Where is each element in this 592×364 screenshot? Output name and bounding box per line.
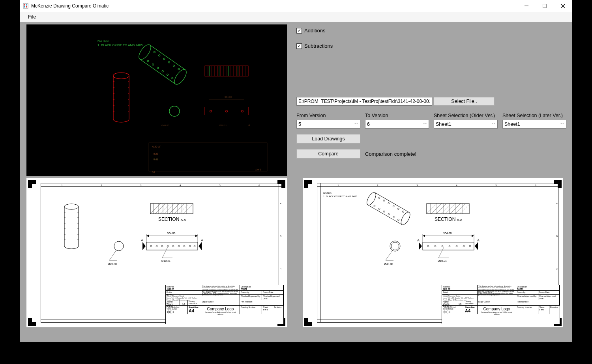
svg-point-141 bbox=[388, 202, 390, 204]
svg-text:SECTION A-A: SECTION A-A bbox=[435, 217, 463, 222]
svg-point-133 bbox=[167, 311, 170, 313]
svg-rect-0 bbox=[23, 4, 28, 8]
menu-bar: File bbox=[20, 12, 572, 22]
svg-point-63 bbox=[210, 110, 212, 112]
title-block: Material:4140 CF This drawing and any in… bbox=[442, 285, 560, 324]
svg-text:A4: A4 bbox=[152, 171, 155, 173]
file-path-input[interactable] bbox=[296, 97, 432, 106]
svg-point-60 bbox=[169, 106, 180, 116]
svg-rect-3 bbox=[24, 6, 25, 7]
svg-line-98 bbox=[160, 203, 170, 214]
svg-rect-68 bbox=[149, 143, 267, 171]
svg-point-17 bbox=[163, 58, 165, 60]
svg-marker-129 bbox=[199, 242, 202, 250]
maximize-button[interactable] bbox=[536, 0, 554, 12]
chevron-down-icon: ﹀ bbox=[560, 121, 564, 127]
svg-point-142 bbox=[392, 205, 394, 207]
svg-point-146 bbox=[378, 208, 380, 210]
svg-point-64 bbox=[226, 110, 228, 112]
svg-point-18 bbox=[168, 61, 170, 63]
svg-point-121 bbox=[194, 245, 195, 247]
additions-label: Additions bbox=[304, 28, 325, 34]
svg-line-93 bbox=[109, 250, 116, 260]
svg-text:Ø10.21: Ø10.21 bbox=[438, 259, 447, 262]
svg-point-114 bbox=[156, 245, 157, 247]
to-version-label: To Version bbox=[365, 113, 429, 118]
app-window: McKenzie Drawing Compare O'matic File NO… bbox=[20, 0, 572, 342]
svg-text:A: A bbox=[477, 238, 480, 242]
svg-point-115 bbox=[161, 245, 163, 247]
svg-point-117 bbox=[172, 245, 174, 247]
svg-rect-172 bbox=[423, 242, 474, 250]
svg-point-134 bbox=[168, 312, 169, 312]
status-text: Comparison complete! bbox=[365, 151, 416, 157]
svg-point-24 bbox=[161, 70, 164, 73]
svg-text:A: A bbox=[248, 124, 250, 127]
subtractions-row: ✓ Subtractions bbox=[296, 43, 566, 49]
svg-text:304.00: 304.00 bbox=[225, 96, 232, 98]
additions-checkbox[interactable]: ✓ bbox=[296, 28, 302, 34]
bore-value: Ø10.21 bbox=[161, 259, 170, 262]
window-title: McKenzie Drawing Compare O'matic bbox=[31, 3, 517, 9]
svg-marker-127 bbox=[142, 242, 146, 250]
svg-text:8.20: 8.20 bbox=[154, 153, 158, 155]
compare-button[interactable]: Compare bbox=[296, 149, 360, 159]
svg-point-118 bbox=[178, 245, 180, 247]
svg-line-158 bbox=[431, 203, 442, 214]
svg-point-20 bbox=[178, 68, 180, 70]
svg-point-92 bbox=[114, 241, 124, 251]
svg-line-101 bbox=[174, 203, 184, 214]
svg-marker-125 bbox=[146, 235, 149, 237]
svg-point-150 bbox=[397, 219, 399, 221]
svg-point-148 bbox=[388, 213, 390, 215]
svg-point-22 bbox=[152, 63, 154, 66]
crop-mark-icon bbox=[28, 318, 36, 326]
minimize-button[interactable] bbox=[517, 0, 536, 12]
svg-point-152 bbox=[391, 242, 399, 250]
svg-text:A: A bbox=[201, 238, 203, 242]
svg-marker-188 bbox=[475, 242, 478, 250]
from-version-label: From Version bbox=[296, 113, 360, 118]
controls-panel: ✓ Additions ✓ Subtractions Select File..… bbox=[296, 28, 566, 159]
svg-point-179 bbox=[469, 245, 471, 247]
svg-point-77 bbox=[64, 204, 79, 209]
svg-point-135 bbox=[365, 191, 378, 206]
button-row: Load Drawings Compare Comparison complet… bbox=[296, 134, 566, 159]
svg-text:Ø49.00: Ø49.00 bbox=[161, 124, 169, 127]
svg-point-116 bbox=[167, 245, 169, 247]
svg-line-164 bbox=[460, 204, 469, 214]
svg-point-145 bbox=[373, 205, 375, 207]
additions-row: ✓ Additions bbox=[296, 28, 566, 34]
svg-text:NOTES:: NOTES: bbox=[97, 39, 109, 43]
svg-marker-186 bbox=[419, 242, 422, 250]
svg-point-26 bbox=[171, 77, 174, 79]
svg-point-15 bbox=[154, 51, 156, 53]
svg-point-27 bbox=[113, 73, 129, 79]
sheet-later-combo[interactable]: Sheet1﹀ bbox=[502, 120, 566, 129]
svg-text:1 of 1: 1 of 1 bbox=[255, 168, 262, 171]
subtractions-checkbox[interactable]: ✓ bbox=[296, 43, 302, 49]
sheet-older-combo[interactable]: Sheet1﹀ bbox=[434, 120, 498, 129]
dim-value: 304.00 bbox=[167, 232, 176, 235]
svg-line-96 bbox=[150, 203, 161, 214]
to-version-combo[interactable]: 6﹀ bbox=[365, 120, 429, 129]
svg-text:1. BLACK OXIDE TO AMS 2485: 1. BLACK OXIDE TO AMS 2485 bbox=[97, 43, 143, 47]
ruler-top: 123456 bbox=[318, 184, 555, 187]
svg-line-13 bbox=[140, 59, 175, 84]
from-version-combo[interactable]: 5﹀ bbox=[296, 120, 360, 129]
crop-mark-icon bbox=[304, 318, 312, 326]
ruler-top: 123456 bbox=[42, 184, 279, 187]
svg-point-65 bbox=[242, 110, 244, 112]
svg-line-153 bbox=[386, 250, 393, 260]
svg-rect-4 bbox=[26, 6, 27, 7]
close-button[interactable] bbox=[554, 0, 572, 12]
menu-file[interactable]: File bbox=[25, 13, 39, 21]
svg-line-157 bbox=[427, 203, 437, 214]
svg-point-19 bbox=[173, 65, 175, 67]
svg-rect-42 bbox=[205, 66, 248, 76]
title-block: Material:4140 CF This drawing and any in… bbox=[165, 285, 284, 324]
sheet-older-label: Sheet Selection (Older Ver.) bbox=[434, 113, 498, 118]
select-file-button[interactable]: Select File.. bbox=[434, 97, 495, 106]
svg-line-12 bbox=[150, 45, 185, 70]
load-drawings-button[interactable]: Load Drawings bbox=[296, 134, 360, 144]
